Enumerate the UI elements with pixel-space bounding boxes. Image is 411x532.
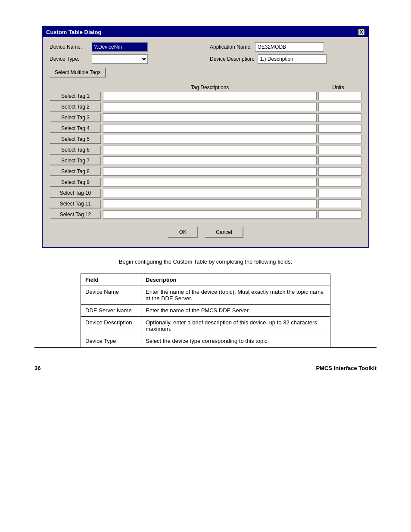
tag-1-description-input[interactable] — [103, 92, 317, 100]
dialog-title: Custom Table Dialog — [46, 29, 101, 35]
table-row: Select Tag 4 — [50, 124, 361, 133]
tag-7-units-input[interactable] — [318, 156, 361, 165]
tag-3-units-input[interactable] — [318, 113, 361, 122]
tag-2-description-input[interactable] — [103, 103, 317, 111]
table-row: Select Tag 3 — [50, 113, 361, 122]
tag-10-description-input[interactable] — [103, 189, 317, 197]
tag-10-units-input[interactable] — [318, 189, 361, 197]
device-type-select-wrapper — [92, 54, 148, 64]
select-tag-1-button[interactable]: Select Tag 1 — [50, 91, 101, 101]
dialog-body: Device Name: Application Name: Device Ty… — [43, 37, 368, 247]
field-cell: Device Type — [81, 335, 141, 347]
select-tag-3-button[interactable]: Select Tag 3 — [50, 113, 101, 122]
table-row: Select Tag 10 — [50, 188, 361, 198]
device-description-row: Device Description: — [210, 54, 361, 64]
tag-descriptions-header: Tag Descriptions — [103, 84, 317, 90]
table-row: Select Tag 9 — [50, 177, 361, 187]
tag-8-units-input[interactable] — [318, 167, 361, 176]
info-table: Field Description Device NameEnter the n… — [81, 274, 330, 347]
tag-5-description-input[interactable] — [103, 135, 317, 143]
page-title-label: PMCS Interface Toolkit — [316, 365, 377, 371]
table-row: Select Tag 8 — [50, 167, 361, 176]
application-name-row: Application Name: — [210, 42, 361, 52]
select-tag-7-button[interactable]: Select Tag 7 — [50, 156, 101, 165]
field-cell: Device Description — [81, 317, 141, 335]
tags-header: Tag Descriptions Units — [50, 84, 361, 90]
description-cell: Select the device type corresponding to … — [141, 335, 330, 347]
select-tag-10-button[interactable]: Select Tag 10 — [50, 188, 101, 198]
select-tag-4-button[interactable]: Select Tag 4 — [50, 124, 101, 133]
device-name-row: Device Name: — [50, 42, 201, 52]
tag-12-units-input[interactable] — [318, 210, 361, 219]
table-row: Device TypeSelect the device type corres… — [81, 335, 330, 347]
tag-8-description-input[interactable] — [103, 167, 317, 176]
table-row: Select Tag 2 — [50, 102, 361, 112]
device-type-select[interactable] — [92, 54, 148, 64]
device-type-row: Device Type: — [50, 54, 201, 64]
device-description-input[interactable] — [258, 54, 327, 64]
tag-11-description-input[interactable] — [103, 199, 317, 208]
table-row: Select Tag 1 — [50, 91, 361, 101]
application-name-input[interactable] — [255, 42, 324, 52]
cancel-button[interactable]: Cancel — [205, 227, 243, 238]
dialog-titlebar: Custom Table Dialog X — [43, 27, 368, 37]
field-cell: Device Name — [81, 286, 141, 305]
ok-button[interactable]: OK — [168, 227, 198, 238]
tag-7-description-input[interactable] — [103, 156, 317, 165]
table-row: Select Tag 12 — [50, 210, 361, 219]
field-cell: DDE Server Name — [81, 305, 141, 317]
device-name-input[interactable] — [92, 42, 148, 52]
tag-3-description-input[interactable] — [103, 113, 317, 122]
tag-1-units-input[interactable] — [318, 92, 361, 100]
device-description-label: Device Description: — [210, 56, 254, 62]
table-row: Select Tag 7 — [50, 156, 361, 165]
tag-12-description-input[interactable] — [103, 210, 317, 219]
select-tag-8-button[interactable]: Select Tag 8 — [50, 167, 101, 176]
tag-6-units-input[interactable] — [318, 146, 361, 154]
table-row: Device NameEnter the name of the device … — [81, 286, 330, 305]
tag-9-units-input[interactable] — [318, 178, 361, 187]
col1-header: Field — [81, 274, 141, 286]
application-name-label: Application Name: — [210, 44, 252, 50]
tags-list: Select Tag 1 Select Tag 2 Select Tag 3 S… — [50, 91, 361, 219]
description-text: Begin configuring the Custom Table by co… — [42, 258, 369, 265]
tag-2-units-input[interactable] — [318, 103, 361, 111]
tag-11-units-input[interactable] — [318, 199, 361, 208]
col2-header: Description — [141, 274, 330, 286]
select-tag-2-button[interactable]: Select Tag 2 — [50, 102, 101, 112]
tag-4-units-input[interactable] — [318, 124, 361, 133]
tag-6-description-input[interactable] — [103, 146, 317, 154]
dialog-footer: OK Cancel — [50, 222, 361, 242]
description-cell: Enter the name of the device (topic). Mu… — [141, 286, 330, 305]
page-number: 36 — [34, 365, 40, 371]
description-cell: Optionally, enter a brief description of… — [141, 317, 330, 335]
select-tag-5-button[interactable]: Select Tag 5 — [50, 134, 101, 144]
units-header: Units — [317, 84, 360, 90]
table-row: DDE Server NameEnter the name of the PMC… — [81, 305, 330, 317]
table-row: Device DescriptionOptionally, enter a br… — [81, 317, 330, 335]
tag-5-units-input[interactable] — [318, 135, 361, 143]
select-tag-9-button[interactable]: Select Tag 9 — [50, 177, 101, 187]
device-type-label: Device Type: — [50, 56, 88, 62]
select-tag-12-button[interactable]: Select Tag 12 — [50, 210, 101, 219]
select-tag-6-button[interactable]: Select Tag 6 — [50, 145, 101, 155]
table-row: Select Tag 11 — [50, 199, 361, 208]
page-footer: 36 PMCS Interface Toolkit — [34, 347, 377, 371]
close-button[interactable]: X — [358, 28, 365, 35]
tag-4-description-input[interactable] — [103, 124, 317, 133]
select-multiple-tags-button[interactable]: Select Multiple Tags — [50, 67, 106, 78]
custom-table-dialog: Custom Table Dialog X Device Name: Appli… — [42, 26, 369, 248]
device-name-label: Device Name: — [50, 44, 88, 50]
table-row: Select Tag 5 — [50, 134, 361, 144]
table-row: Select Tag 6 — [50, 145, 361, 155]
description-cell: Enter the name of the PMCS DDE Server. — [141, 305, 330, 317]
tag-9-description-input[interactable] — [103, 178, 317, 187]
select-tag-11-button[interactable]: Select Tag 11 — [50, 199, 101, 208]
